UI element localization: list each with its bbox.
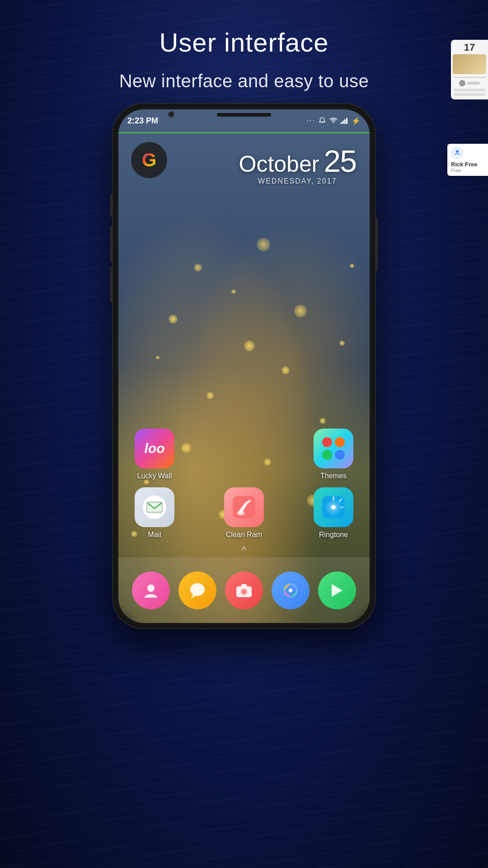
app-ringtone[interactable]: Ringtone [306, 487, 361, 539]
notification-app-icon [451, 146, 464, 159]
google-app-icon[interactable]: G [131, 142, 167, 178]
lucky-wall-icon: loo [135, 429, 174, 468]
mail-circle [143, 495, 166, 519]
dot-green [322, 450, 332, 460]
svg-marker-22 [332, 584, 343, 597]
mail-icon [135, 487, 174, 527]
dock-play-store[interactable] [318, 571, 356, 609]
svg-point-18 [242, 590, 246, 594]
page-subtitle: New interface and easy to use [0, 71, 488, 91]
dock-contacts[interactable] [132, 571, 170, 609]
side-date: 17 [464, 42, 475, 52]
svg-point-15 [190, 583, 205, 596]
messages-icon [188, 582, 206, 599]
svg-point-13 [331, 505, 336, 509]
app-themes[interactable]: Themes [306, 429, 361, 480]
clean-ram-icon [224, 487, 264, 527]
lucky-wall-label: Lucky Wall [137, 472, 172, 480]
status-icons: ··· [307, 117, 361, 125]
side-thumb [453, 54, 486, 74]
app-lucky-wall[interactable]: loo Lucky Wall [127, 429, 182, 480]
camera-icon [235, 582, 253, 599]
svg-rect-6 [146, 501, 163, 514]
svg-point-9 [237, 511, 244, 515]
themes-icon [314, 429, 353, 468]
date-day: 25 [324, 146, 356, 176]
page-title: User interface [0, 27, 488, 57]
apps-row-1: loo Lucky Wall [127, 429, 361, 480]
dock-camera[interactable] [225, 571, 263, 609]
google-letter: G [142, 149, 157, 171]
bell-icon [318, 117, 326, 125]
themes-dots [319, 434, 348, 463]
music-svg [322, 496, 345, 519]
dock [118, 557, 370, 623]
ringtone-label: Ringtone [319, 531, 348, 539]
svg-rect-5 [346, 118, 347, 124]
app-mail[interactable]: Mail [127, 487, 182, 539]
phone-screen: 2:23 PM ··· [118, 109, 370, 623]
date-weekday: WEDNESDAY, 2017 [239, 177, 357, 185]
app-clean-ram[interactable]: Clean Ram [217, 487, 271, 539]
dot-orange [335, 437, 345, 447]
signal-icon [341, 118, 349, 124]
dock-messages[interactable] [178, 571, 216, 609]
svg-rect-4 [344, 119, 346, 124]
status-time: 2:23 PM [127, 116, 158, 126]
ringtone-icon [314, 487, 353, 527]
app-spacer [217, 429, 271, 480]
wifi-icon [329, 118, 338, 124]
dot-blue [335, 450, 345, 460]
side-notification: Rick Free Free [447, 144, 488, 176]
mail-label: Mail [148, 531, 161, 539]
broom-svg [233, 496, 255, 519]
date-widget: October 25 WEDNESDAY, 2017 [239, 146, 357, 185]
notification-name: Rick Free [451, 161, 484, 168]
svg-point-1 [456, 150, 459, 153]
svg-point-21 [289, 589, 292, 592]
side-calendar-card: 17 [451, 40, 488, 99]
phone-container: 2:23 PM ··· [113, 104, 375, 628]
svg-rect-19 [241, 584, 247, 587]
header: User interface New interface and easy to… [0, 0, 488, 91]
contacts-icon [142, 581, 160, 599]
menu-dots-icon: ··· [307, 117, 315, 125]
phone-body: 2:23 PM ··· [113, 104, 375, 628]
pinwheel-icon [282, 581, 300, 599]
apps-row-2: Mail Clean Ram [127, 487, 361, 539]
notification-status: Free [451, 168, 484, 173]
play-store-icon [328, 581, 346, 599]
apps-grid: loo Lucky Wall [118, 429, 370, 546]
svg-point-14 [147, 585, 155, 592]
clean-ram-label: Clean Ram [226, 531, 262, 539]
svg-rect-3 [343, 121, 344, 124]
themes-label: Themes [320, 472, 347, 480]
mail-svg [146, 501, 163, 514]
status-line [118, 132, 370, 133]
dot-red [322, 437, 332, 447]
dock-browser[interactable] [272, 571, 310, 609]
bolt-icon: ⚡ [352, 117, 361, 125]
date-month: October [239, 151, 319, 177]
up-arrow: ^ [242, 544, 246, 556]
svg-rect-2 [341, 122, 342, 124]
